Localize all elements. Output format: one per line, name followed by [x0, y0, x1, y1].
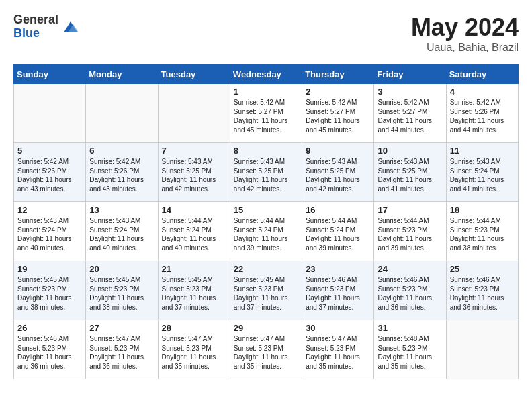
calendar-cell: 7Sunrise: 5:43 AM Sunset: 5:25 PM Daylig… [158, 143, 230, 202]
calendar-cell: 19Sunrise: 5:45 AM Sunset: 5:23 PM Dayli… [14, 261, 86, 320]
week-row-1: 1Sunrise: 5:42 AM Sunset: 5:27 PM Daylig… [14, 84, 519, 143]
day-info: Sunrise: 5:44 AM Sunset: 5:24 PM Dayligh… [306, 216, 370, 253]
weekday-header-tuesday: Tuesday [158, 65, 230, 84]
day-info: Sunrise: 5:48 AM Sunset: 5:23 PM Dayligh… [378, 334, 442, 371]
calendar-cell: 17Sunrise: 5:44 AM Sunset: 5:23 PM Dayli… [374, 202, 446, 261]
calendar-cell: 15Sunrise: 5:44 AM Sunset: 5:24 PM Dayli… [230, 202, 302, 261]
day-number: 7 [162, 146, 226, 156]
week-row-5: 26Sunrise: 5:46 AM Sunset: 5:23 PM Dayli… [14, 320, 519, 379]
calendar-cell: 21Sunrise: 5:45 AM Sunset: 5:23 PM Dayli… [158, 261, 230, 320]
day-info: Sunrise: 5:47 AM Sunset: 5:23 PM Dayligh… [89, 334, 154, 371]
calendar-cell: 10Sunrise: 5:43 AM Sunset: 5:25 PM Dayli… [374, 143, 446, 202]
calendar-cell: 1Sunrise: 5:42 AM Sunset: 5:27 PM Daylig… [230, 84, 302, 143]
weekday-header-thursday: Thursday [302, 65, 374, 84]
logo-icon [61, 17, 80, 36]
calendar-cell: 28Sunrise: 5:47 AM Sunset: 5:23 PM Dayli… [158, 320, 230, 379]
day-number: 1 [234, 87, 298, 97]
weekday-header-wednesday: Wednesday [230, 65, 302, 84]
logo-general: General [13, 13, 58, 27]
day-number: 9 [306, 146, 370, 156]
calendar-cell: 27Sunrise: 5:47 AM Sunset: 5:23 PM Dayli… [86, 320, 158, 379]
day-info: Sunrise: 5:46 AM Sunset: 5:23 PM Dayligh… [450, 275, 515, 312]
day-number: 10 [378, 146, 442, 156]
calendar-cell: 18Sunrise: 5:44 AM Sunset: 5:23 PM Dayli… [446, 202, 518, 261]
calendar-cell [446, 320, 518, 379]
day-number: 2 [306, 87, 370, 97]
day-info: Sunrise: 5:47 AM Sunset: 5:23 PM Dayligh… [234, 334, 298, 371]
day-info: Sunrise: 5:42 AM Sunset: 5:26 PM Dayligh… [17, 157, 82, 193]
calendar-cell: 2Sunrise: 5:42 AM Sunset: 5:27 PM Daylig… [302, 84, 374, 143]
day-number: 12 [17, 205, 82, 215]
day-info: Sunrise: 5:46 AM Sunset: 5:23 PM Dayligh… [17, 334, 82, 371]
day-number: 13 [89, 205, 154, 215]
day-number: 31 [378, 323, 442, 333]
day-info: Sunrise: 5:45 AM Sunset: 5:23 PM Dayligh… [162, 275, 226, 312]
day-info: Sunrise: 5:44 AM Sunset: 5:24 PM Dayligh… [162, 216, 226, 253]
calendar-cell: 24Sunrise: 5:46 AM Sunset: 5:23 PM Dayli… [374, 261, 446, 320]
day-info: Sunrise: 5:42 AM Sunset: 5:26 PM Dayligh… [450, 98, 515, 134]
week-row-4: 19Sunrise: 5:45 AM Sunset: 5:23 PM Dayli… [14, 261, 519, 320]
calendar-cell: 9Sunrise: 5:43 AM Sunset: 5:25 PM Daylig… [302, 143, 374, 202]
day-info: Sunrise: 5:43 AM Sunset: 5:24 PM Dayligh… [17, 216, 82, 253]
month-title: May 2024 [411, 13, 519, 42]
weekday-header-row: SundayMondayTuesdayWednesdayThursdayFrid… [14, 65, 519, 84]
day-number: 17 [378, 205, 442, 215]
day-info: Sunrise: 5:44 AM Sunset: 5:24 PM Dayligh… [234, 216, 298, 253]
day-info: Sunrise: 5:43 AM Sunset: 5:24 PM Dayligh… [450, 157, 515, 193]
weekday-header-friday: Friday [374, 65, 446, 84]
calendar-cell: 14Sunrise: 5:44 AM Sunset: 5:24 PM Dayli… [158, 202, 230, 261]
day-number: 20 [89, 264, 154, 274]
calendar-cell: 30Sunrise: 5:47 AM Sunset: 5:23 PM Dayli… [302, 320, 374, 379]
day-info: Sunrise: 5:43 AM Sunset: 5:25 PM Dayligh… [378, 157, 442, 193]
day-number: 28 [162, 323, 226, 333]
day-number: 29 [234, 323, 298, 333]
day-info: Sunrise: 5:42 AM Sunset: 5:27 PM Dayligh… [234, 98, 298, 134]
calendar-cell: 5Sunrise: 5:42 AM Sunset: 5:26 PM Daylig… [14, 143, 86, 202]
weekday-header-saturday: Saturday [446, 65, 518, 84]
day-number: 6 [89, 146, 154, 156]
day-info: Sunrise: 5:43 AM Sunset: 5:24 PM Dayligh… [89, 216, 154, 253]
week-row-3: 12Sunrise: 5:43 AM Sunset: 5:24 PM Dayli… [14, 202, 519, 261]
day-number: 14 [162, 205, 226, 215]
calendar-cell: 31Sunrise: 5:48 AM Sunset: 5:23 PM Dayli… [374, 320, 446, 379]
day-info: Sunrise: 5:44 AM Sunset: 5:23 PM Dayligh… [450, 216, 515, 253]
day-info: Sunrise: 5:45 AM Sunset: 5:23 PM Dayligh… [17, 275, 82, 312]
day-info: Sunrise: 5:43 AM Sunset: 5:25 PM Dayligh… [234, 157, 298, 193]
day-info: Sunrise: 5:44 AM Sunset: 5:23 PM Dayligh… [378, 216, 442, 253]
calendar-cell: 25Sunrise: 5:46 AM Sunset: 5:23 PM Dayli… [446, 261, 518, 320]
day-info: Sunrise: 5:46 AM Sunset: 5:23 PM Dayligh… [306, 275, 370, 312]
day-number: 16 [306, 205, 370, 215]
day-number: 22 [234, 264, 298, 274]
calendar-cell: 8Sunrise: 5:43 AM Sunset: 5:25 PM Daylig… [230, 143, 302, 202]
location: Uaua, Bahia, Brazil [411, 42, 519, 54]
calendar-cell: 4Sunrise: 5:42 AM Sunset: 5:26 PM Daylig… [446, 84, 518, 143]
day-info: Sunrise: 5:45 AM Sunset: 5:23 PM Dayligh… [234, 275, 298, 312]
day-number: 4 [450, 87, 515, 97]
day-number: 18 [450, 205, 515, 215]
week-row-2: 5Sunrise: 5:42 AM Sunset: 5:26 PM Daylig… [14, 143, 519, 202]
calendar-cell: 20Sunrise: 5:45 AM Sunset: 5:23 PM Dayli… [86, 261, 158, 320]
day-info: Sunrise: 5:43 AM Sunset: 5:25 PM Dayligh… [162, 157, 226, 193]
calendar-cell: 6Sunrise: 5:42 AM Sunset: 5:26 PM Daylig… [86, 143, 158, 202]
day-info: Sunrise: 5:42 AM Sunset: 5:27 PM Dayligh… [378, 98, 442, 134]
calendar-cell: 26Sunrise: 5:46 AM Sunset: 5:23 PM Dayli… [14, 320, 86, 379]
day-number: 25 [450, 264, 515, 274]
day-number: 24 [378, 264, 442, 274]
day-number: 30 [306, 323, 370, 333]
calendar-cell: 12Sunrise: 5:43 AM Sunset: 5:24 PM Dayli… [14, 202, 86, 261]
day-number: 15 [234, 205, 298, 215]
day-info: Sunrise: 5:42 AM Sunset: 5:27 PM Dayligh… [306, 98, 370, 134]
day-info: Sunrise: 5:47 AM Sunset: 5:23 PM Dayligh… [306, 334, 370, 371]
day-number: 5 [17, 146, 82, 156]
calendar-cell: 23Sunrise: 5:46 AM Sunset: 5:23 PM Dayli… [302, 261, 374, 320]
calendar-cell [86, 84, 158, 143]
day-number: 26 [17, 323, 82, 333]
logo: General Blue [13, 13, 80, 40]
calendar-cell: 3Sunrise: 5:42 AM Sunset: 5:27 PM Daylig… [374, 84, 446, 143]
day-number: 8 [234, 146, 298, 156]
weekday-header-monday: Monday [86, 65, 158, 84]
day-number: 19 [17, 264, 82, 274]
calendar-cell: 11Sunrise: 5:43 AM Sunset: 5:24 PM Dayli… [446, 143, 518, 202]
day-info: Sunrise: 5:47 AM Sunset: 5:23 PM Dayligh… [162, 334, 226, 371]
day-info: Sunrise: 5:42 AM Sunset: 5:26 PM Dayligh… [89, 157, 154, 193]
